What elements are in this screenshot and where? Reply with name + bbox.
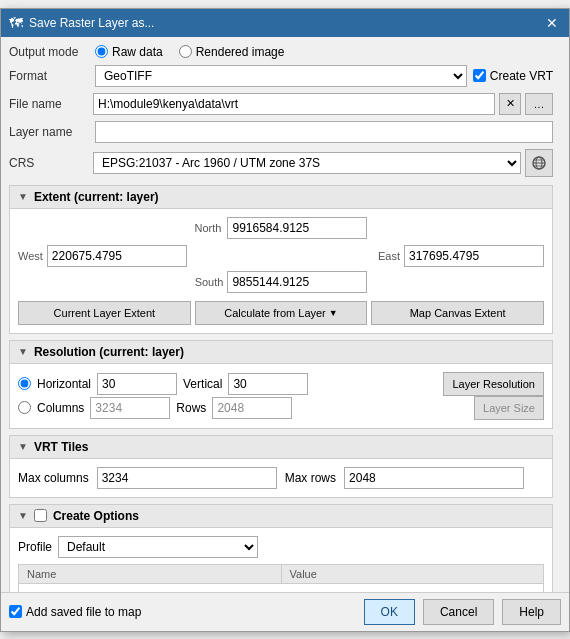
layer-resolution-label: Layer Resolution [452,378,535,390]
format-label: Format [9,69,89,83]
add-to-map-checkbox[interactable] [9,605,22,618]
horizontal-input[interactable] [97,373,177,395]
extent-section-body: North West East South [10,209,552,333]
filename-row: File name ✕ … [9,93,553,115]
calculate-dropdown-arrow: ▼ [329,308,338,318]
format-select[interactable]: GeoTIFF [95,65,467,87]
scroll-area: Output mode Raw data Rendered image Form… [1,37,569,592]
name-column-header: Name [19,565,282,583]
output-mode-group: Raw data Rendered image [95,45,284,59]
resolution-section-title: Resolution (current: layer) [34,345,184,359]
raw-data-label: Raw data [112,45,163,59]
create-options-body: Profile Default Name Value [10,528,552,592]
profile-label: Profile [18,540,52,554]
crs-row: CRS EPSG:21037 - Arc 1960 / UTM zone 37S [9,149,553,177]
north-label: North [195,222,222,234]
options-table-header: Name Value [18,564,544,584]
output-mode-label: Output mode [9,45,89,59]
rendered-image-radio[interactable] [179,45,192,58]
create-vrt-option[interactable]: Create VRT [473,69,553,83]
vertical-label: Vertical [183,377,222,391]
crs-picker-button[interactable] [525,149,553,177]
max-columns-input[interactable] [97,467,277,489]
vrt-tiles-section-title: VRT Tiles [34,440,88,454]
vrt-tiles-section-header[interactable]: ▼ VRT Tiles [10,436,552,459]
layer-resolution-button[interactable]: Layer Resolution [443,372,544,396]
calculate-from-layer-button[interactable]: Calculate from Layer ▼ [195,301,368,325]
create-options-title-group: Create Options [34,509,139,523]
add-to-map-option[interactable]: Add saved file to map [9,605,356,619]
resolution-section: ▼ Resolution (current: layer) Horizontal… [9,340,553,429]
create-vrt-checkbox[interactable] [473,69,486,82]
calculate-from-layer-label: Calculate from Layer [224,307,326,319]
create-options-header[interactable]: ▼ Create Options [10,505,552,528]
resolution-section-header[interactable]: ▼ Resolution (current: layer) [10,341,552,364]
create-options-title: Create Options [53,509,139,523]
create-vrt-label: Create VRT [490,69,553,83]
columns-input[interactable] [90,397,170,419]
profile-row: Profile Default [18,536,544,558]
south-input[interactable] [227,271,367,293]
value-column-header: Value [282,565,544,583]
north-row: North [18,217,544,239]
east-group: East [378,245,544,267]
ok-button[interactable]: OK [364,599,415,625]
rendered-image-option[interactable]: Rendered image [179,45,285,59]
extent-section-title: Extent (current: layer) [34,190,159,204]
crs-select[interactable]: EPSG:21037 - Arc 1960 / UTM zone 37S [93,152,521,174]
vrt-tiles-section: ▼ VRT Tiles Max columns Max rows [9,435,553,498]
layer-size-button[interactable]: Layer Size [474,396,544,420]
bottom-bar: Add saved file to map OK Cancel Help [1,592,569,631]
format-row: Format GeoTIFF Create VRT [9,65,553,87]
resolution-collapse-arrow: ▼ [18,346,28,357]
extent-section-header[interactable]: ▼ Extent (current: layer) [10,186,552,209]
close-button[interactable]: ✕ [543,14,561,32]
columns-label: Columns [37,401,84,415]
vrt-tiles-collapse-arrow: ▼ [18,441,28,452]
max-rows-input[interactable] [344,467,524,489]
current-layer-extent-button[interactable]: Current Layer Extent [18,301,191,325]
east-input[interactable] [404,245,544,267]
west-label: West [18,250,43,262]
cancel-button[interactable]: Cancel [423,599,494,625]
layername-input[interactable] [95,121,553,143]
map-canvas-extent-button[interactable]: Map Canvas Extent [371,301,544,325]
current-layer-extent-label: Current Layer Extent [54,307,156,319]
horizontal-radio[interactable] [18,377,31,390]
profile-select[interactable]: Default [58,536,258,558]
crs-label: CRS [9,156,89,170]
west-group: West [18,245,187,267]
save-raster-dialog: 🗺 Save Raster Layer as... ✕ Output mode … [0,8,570,632]
rows-input[interactable] [212,397,292,419]
vrt-tiles-section-body: Max columns Max rows [10,459,552,497]
vertical-input[interactable] [228,373,308,395]
title-bar: 🗺 Save Raster Layer as... ✕ [1,9,569,37]
south-row: South [18,271,544,293]
resolution-section-body: Horizontal Vertical Layer Resolution Col… [10,364,552,428]
rendered-image-label: Rendered image [196,45,285,59]
west-input[interactable] [47,245,187,267]
raw-data-radio[interactable] [95,45,108,58]
filename-browse-button[interactable]: … [525,93,553,115]
help-button[interactable]: Help [502,599,561,625]
layername-label: Layer name [9,125,89,139]
raw-data-option[interactable]: Raw data [95,45,163,59]
output-mode-row: Output mode Raw data Rendered image [9,45,553,59]
create-options-checkbox[interactable] [34,509,47,522]
layer-size-label: Layer Size [483,402,535,414]
max-rows-label: Max rows [285,471,336,485]
create-options-section: ▼ Create Options Profile Default Name Va… [9,504,553,592]
dialog-icon: 🗺 [9,15,23,31]
globe-icon [531,155,547,171]
filename-input[interactable] [93,93,495,115]
north-input[interactable] [227,217,367,239]
layername-row: Layer name [9,121,553,143]
map-canvas-extent-label: Map Canvas Extent [410,307,506,319]
create-options-arrow: ▼ [18,510,28,521]
extent-section: ▼ Extent (current: layer) North West Eas… [9,185,553,334]
add-to-map-label: Add saved file to map [26,605,141,619]
filename-clear-button[interactable]: ✕ [499,93,521,115]
west-east-row: West East [18,245,544,267]
columns-radio[interactable] [18,401,31,414]
south-label: South [195,276,224,288]
